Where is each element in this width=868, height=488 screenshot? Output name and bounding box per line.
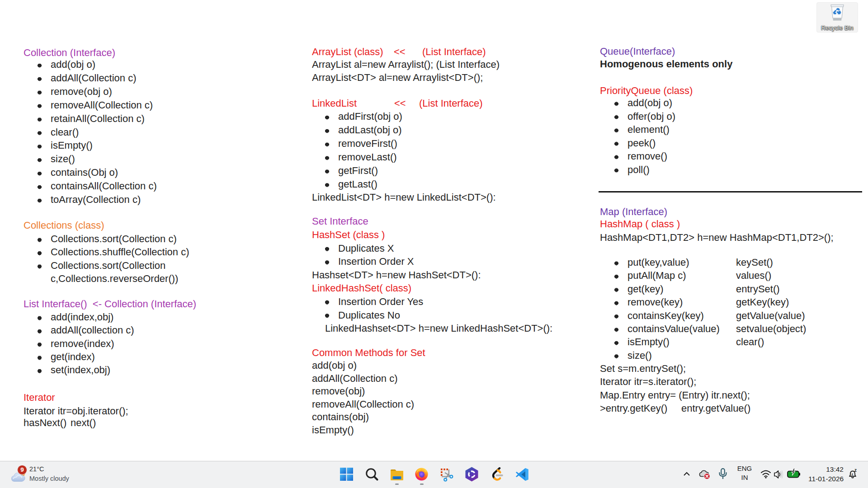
svg-text:z: z: [851, 472, 853, 476]
svg-text:z: z: [854, 468, 857, 473]
